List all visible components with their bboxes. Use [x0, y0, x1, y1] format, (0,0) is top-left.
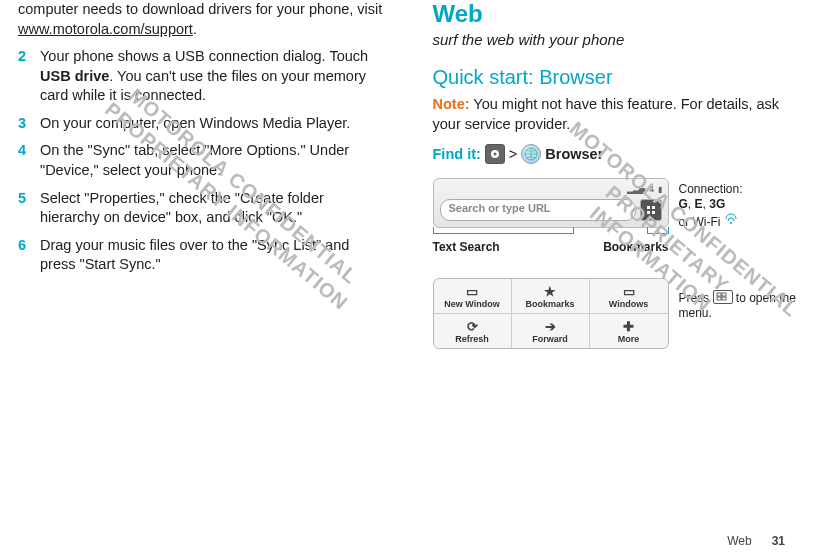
- note-paragraph: Note: You might not have this feature. F…: [433, 95, 798, 134]
- svg-rect-5: [647, 211, 650, 214]
- globe-icon: [521, 144, 541, 164]
- menu-key-note: Press to open the menu.: [679, 290, 799, 321]
- svg-rect-4: [652, 206, 655, 209]
- svg-rect-11: [722, 297, 726, 300]
- svg-rect-9: [722, 293, 726, 296]
- menu-item-more[interactable]: ✚ More: [590, 314, 668, 348]
- page-footer: Web 31: [727, 534, 785, 548]
- plus-icon: ✚: [620, 320, 638, 332]
- menu-item-bookmarks[interactable]: ★ Bookmarks: [512, 279, 590, 314]
- menu-item-windows[interactable]: ▭ Windows: [590, 279, 668, 314]
- browser-menu-diagram: ▭ New Window ★ Bookmarks ▭ Windows ⟳ Ref…: [433, 278, 669, 349]
- callout-text-search: Text Search: [433, 240, 500, 254]
- menu-item-refresh[interactable]: ⟳ Refresh: [434, 314, 512, 348]
- step-number-5: 5: [18, 189, 30, 228]
- menu-item-new-window[interactable]: ▭ New Window: [434, 279, 512, 314]
- step-3-text: On your computer, open Windows Media Pla…: [40, 114, 350, 134]
- svg-point-1: [493, 153, 496, 156]
- continuation-paragraph: computer needs to download drivers for y…: [18, 0, 383, 39]
- signal-icon: ▂▃▅: [627, 185, 645, 195]
- quick-start-heading: Quick start: Browser: [433, 66, 798, 89]
- step-5-text: Select "Properties," check the "Create f…: [40, 189, 383, 228]
- step-2-text: Your phone shows a USB connection dialog…: [40, 47, 383, 106]
- step-number-3: 3: [18, 114, 30, 134]
- wifi-icon: [724, 212, 738, 226]
- menu-item-forward[interactable]: ➔ Forward: [512, 314, 590, 348]
- svg-rect-3: [647, 206, 650, 209]
- star-icon: ★: [541, 285, 559, 297]
- step-6-text: Drag your music files over to the "Sync …: [40, 236, 383, 275]
- svg-point-7: [730, 222, 732, 224]
- step-number-4: 4: [18, 141, 30, 180]
- support-link[interactable]: www.motorola.com/support: [18, 21, 193, 37]
- window-icon: ▭: [463, 285, 481, 297]
- menu-key-icon: [713, 290, 733, 304]
- step-number-2: 2: [18, 47, 30, 106]
- section-subtitle: surf the web with your phone: [433, 30, 798, 50]
- apps-icon: [485, 144, 505, 164]
- connection-note: Connection: G, E, 3G or Wi-Fi: [679, 182, 743, 230]
- svg-rect-6: [652, 211, 655, 214]
- refresh-icon: ⟳: [463, 320, 481, 332]
- url-search-input[interactable]: Search or type URL: [440, 199, 636, 221]
- callout-bookmarks: Bookmarks: [603, 240, 668, 254]
- browser-urlbar-diagram: ▂▃▅ ⇅ ▮ Search or type URL: [433, 178, 669, 228]
- forward-arrow-icon: ➔: [541, 320, 559, 332]
- network-icon: ⇅: [648, 185, 655, 195]
- windows-icon: ▭: [620, 285, 638, 297]
- step-number-6: 6: [18, 236, 30, 275]
- battery-icon: ▮: [658, 185, 662, 195]
- bookmarks-button[interactable]: [640, 199, 662, 221]
- svg-rect-10: [717, 297, 721, 300]
- step-4-text: On the "Sync" tab, select "More Options.…: [40, 141, 383, 180]
- svg-rect-8: [717, 293, 721, 296]
- find-it-line: Find it: > Browser: [433, 144, 798, 164]
- section-heading-web: Web: [433, 0, 798, 28]
